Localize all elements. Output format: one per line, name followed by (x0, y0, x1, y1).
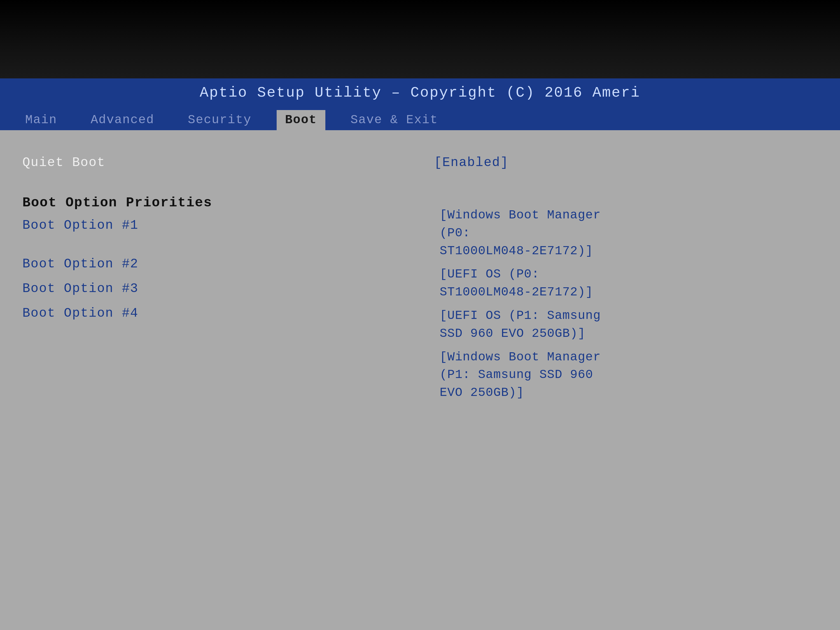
left-column: Quiet Boot Boot Option Priorities Boot O… (22, 147, 417, 402)
main-content: Quiet Boot Boot Option Priorities Boot O… (0, 130, 840, 418)
screen-container: Aptio Setup Utility – Copyright (C) 2016… (0, 0, 840, 630)
nav-item-save-exit[interactable]: Save & Exit (342, 110, 446, 130)
boot-option-4-label: Boot Option #4 (22, 306, 168, 321)
nav-item-security[interactable]: Security (180, 110, 260, 130)
boot-option-1-value: [Windows Boot Manager(P0:ST1000LM048-2E7… (434, 181, 823, 260)
boot-option-row-1[interactable]: Boot Option #1 (22, 213, 406, 238)
quiet-boot-label: Quiet Boot (22, 147, 406, 181)
boot-option-row-2[interactable]: Boot Option #2 (22, 252, 406, 276)
boot-option-1-label: Boot Option #1 (22, 218, 168, 233)
boot-option-2-label: Boot Option #2 (22, 257, 168, 271)
nav-item-boot[interactable]: Boot (276, 110, 325, 130)
quiet-boot-value: [Enabled] (434, 147, 823, 181)
boot-option-row-4[interactable]: Boot Option #4 (22, 301, 406, 326)
boot-option-4-value: [Windows Boot Manager(P1: Samsung SSD 96… (434, 343, 823, 402)
boot-option-3-value: [UEFI OS (P1: SamsungSSD 960 EVO 250GB)] (434, 301, 823, 343)
right-column: [Enabled] [Windows Boot Manager(P0:ST100… (428, 147, 823, 402)
nav-item-main[interactable]: Main (17, 110, 66, 130)
boot-option-2-value: [UEFI OS (P0:ST1000LM048-2E7172)] (434, 260, 823, 301)
top-bezel (0, 0, 840, 78)
boot-option-row-3[interactable]: Boot Option #3 (22, 276, 406, 301)
title-text: Aptio Setup Utility – Copyright (C) 2016… (200, 85, 640, 101)
title-bar: Aptio Setup Utility – Copyright (C) 2016… (0, 78, 840, 106)
bios-screen: Aptio Setup Utility – Copyright (C) 2016… (0, 78, 840, 630)
nav-item-advanced[interactable]: Advanced (82, 110, 163, 130)
boot-option-3-label: Boot Option #3 (22, 281, 168, 296)
priorities-header: Boot Option Priorities (22, 189, 406, 213)
nav-bar: Main Advanced Security Boot Save & Exit (0, 106, 840, 130)
